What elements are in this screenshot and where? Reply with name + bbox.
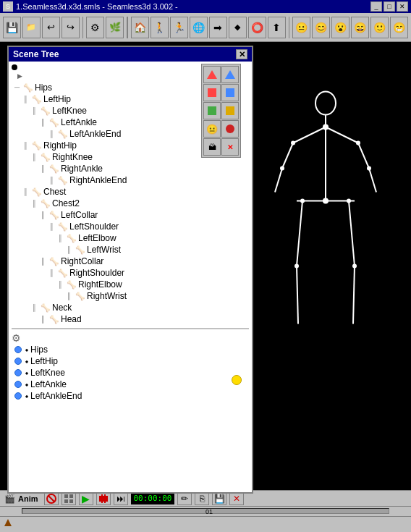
blue-square-button[interactable] xyxy=(221,84,239,101)
yellow-circle-marker xyxy=(232,375,242,387)
main-area: Scene Tree ✕ ▶ ─ 🦴 Hips xyxy=(0,42,411,490)
svg-point-0 xyxy=(315,92,336,115)
close-button[interactable]: ✕ xyxy=(397,1,408,12)
list-item[interactable]: ║ 🦴 Neck xyxy=(12,302,249,313)
window-title: 1.Seamless3d.x3d.smls - Seamless3d 3.002… xyxy=(16,2,370,11)
list-item[interactable]: ║ 🦴 RightCollar xyxy=(12,256,249,267)
bone-icon: 🦴 xyxy=(49,313,59,325)
arrow-button[interactable]: ➡ xyxy=(209,17,227,38)
svg-rect-35 xyxy=(64,499,68,503)
node-icon-2: ⬥ xyxy=(25,367,29,379)
red-square-button[interactable] xyxy=(203,84,221,101)
bottom-panel: 🎬 Anim ▶ ⏭ 00:00:00 ✏ ⎘ 💾 ✕ 01 xyxy=(0,490,411,532)
bone-icon: 🦴 xyxy=(67,232,77,244)
svg-rect-29 xyxy=(226,106,234,115)
face6-button[interactable]: 😁 xyxy=(390,17,408,38)
face3-button[interactable]: 😮 xyxy=(331,17,349,38)
list-item[interactable]: ║ 🦴 Head xyxy=(12,313,249,325)
toggle-icon: ║ xyxy=(32,151,41,163)
home-button[interactable]: 🏠 xyxy=(131,17,149,38)
bone-icon: 🦴 xyxy=(75,244,85,256)
circle-button[interactable]: ⭕ xyxy=(248,17,266,38)
face-icon-button[interactable]: 😐 xyxy=(203,120,221,138)
list-item[interactable]: ⬥ LeftKnee xyxy=(12,367,249,379)
skeleton-view xyxy=(239,42,411,490)
list-item[interactable]: ⬥ LeftAnkleEnd xyxy=(12,390,249,402)
record-button[interactable] xyxy=(96,492,111,505)
face5-button[interactable]: 🙂 xyxy=(370,17,389,38)
node-label: LeftHip xyxy=(43,93,71,105)
red-triangle-button[interactable] xyxy=(203,66,221,83)
main-toolbar: 💾 📁 ↩ ↪ ⚙ 🌿 🏠 🚶 🏃 🌐 ➡ ◆ ⭕ ⬆ 😐 😊 😮 😄 🙂 😁 xyxy=(0,13,411,42)
yellow-square-button[interactable] xyxy=(221,102,239,119)
list-item[interactable]: ║ 🦴 Chest2 xyxy=(12,198,249,209)
svg-line-7 xyxy=(369,169,376,193)
save-button[interactable]: 💾 xyxy=(3,17,21,38)
play-button[interactable]: ▶ xyxy=(79,492,93,505)
node-label: RightKnee xyxy=(52,151,93,163)
stop-button[interactable] xyxy=(44,492,59,505)
green-square-button[interactable] xyxy=(203,102,221,119)
blue-triangle-button[interactable] xyxy=(221,66,239,83)
grid-button[interactable] xyxy=(62,492,76,505)
toggle-icon: ║ xyxy=(23,186,32,198)
skip-end-button[interactable]: ⏭ xyxy=(114,492,128,505)
terrain-button[interactable]: 🏔 xyxy=(203,138,221,156)
settings-button[interactable]: ⚙ xyxy=(86,17,104,38)
shape-button[interactable]: ◆ xyxy=(229,17,247,38)
toggle-icon: ║ xyxy=(32,198,41,209)
red-face-button[interactable] xyxy=(221,120,239,138)
tree-button[interactable]: 🌿 xyxy=(106,17,124,38)
close-anim-button[interactable]: ✕ xyxy=(229,492,244,505)
face2-button[interactable]: 😊 xyxy=(312,17,330,38)
time-display: 00:00:00 xyxy=(131,493,175,504)
list-item[interactable]: ║ 🦴 LeftElbow xyxy=(12,232,249,244)
list-item[interactable]: ║ 🦴 Chest xyxy=(12,186,249,198)
toggle-icon: ║ xyxy=(41,256,49,267)
face4-button[interactable]: 😄 xyxy=(351,17,369,38)
svg-rect-28 xyxy=(208,106,216,115)
bone-icon: 🦴 xyxy=(41,105,51,117)
list-item[interactable]: ║ 🦴 RightElbow xyxy=(12,279,249,290)
toggle-icon: ║ xyxy=(41,117,49,128)
list-item[interactable]: ⚙ xyxy=(12,332,249,344)
bone-icon: 🦴 xyxy=(67,279,77,290)
list-item[interactable]: ║ 🦴 LeftCollar xyxy=(12,209,249,221)
undo-button[interactable]: ↩ xyxy=(42,17,60,38)
node-label: RightAnkleEnd xyxy=(69,174,127,186)
list-item[interactable]: ⬥ Hips xyxy=(12,344,249,355)
toggle-icon: ║ xyxy=(23,140,32,151)
list-item[interactable]: ║ 🦴 RightAnkle xyxy=(12,163,249,174)
list-item[interactable]: ║ 🦴 RightAnkleEnd xyxy=(12,174,249,186)
toggle-icon: ║ xyxy=(32,105,41,117)
redo-button[interactable]: ↪ xyxy=(62,17,80,38)
toggle-icon: ─ xyxy=(14,82,23,93)
list-item[interactable]: ║ 🦴 RightWrist xyxy=(12,290,249,302)
scene-tree-header: Scene Tree ✕ xyxy=(9,47,252,62)
walk-button[interactable]: 🏃 xyxy=(170,17,188,38)
svg-line-13 xyxy=(353,266,355,324)
svg-point-14 xyxy=(323,124,329,130)
svg-rect-36 xyxy=(69,499,73,503)
save-anim-button[interactable]: 💾 xyxy=(212,492,226,505)
timeline-bar[interactable]: 01 xyxy=(0,506,411,516)
scene-tree-title: Scene Tree xyxy=(13,49,59,59)
open-button[interactable]: 📁 xyxy=(22,17,41,38)
list-item[interactable]: ⬥ LeftHip xyxy=(12,355,249,367)
maximize-button[interactable]: □ xyxy=(384,1,395,12)
bone-icon: 🦴 xyxy=(49,117,59,128)
globe-button[interactable]: 🌐 xyxy=(190,17,208,38)
delete-button[interactable]: ✕ xyxy=(221,138,239,156)
face1-button[interactable]: 😐 xyxy=(292,17,310,38)
pencil-button[interactable]: ✏ xyxy=(177,492,192,505)
minimize-button[interactable]: _ xyxy=(370,1,382,12)
list-item[interactable]: ⬥ LeftAnkle xyxy=(12,379,249,390)
upload-button[interactable]: ⬆ xyxy=(268,17,286,38)
list-item[interactable]: ║ 🦴 RightShoulder xyxy=(12,267,249,279)
node-label: RightWrist xyxy=(87,290,127,302)
copy-button[interactable]: ⎘ xyxy=(195,492,209,505)
list-item[interactable]: ║ 🦴 LeftWrist xyxy=(12,244,249,256)
scene-tree-close[interactable]: ✕ xyxy=(236,49,247,59)
list-item[interactable]: ║ 🦴 LeftShoulder xyxy=(12,221,249,232)
person-button[interactable]: 🚶 xyxy=(151,17,169,38)
